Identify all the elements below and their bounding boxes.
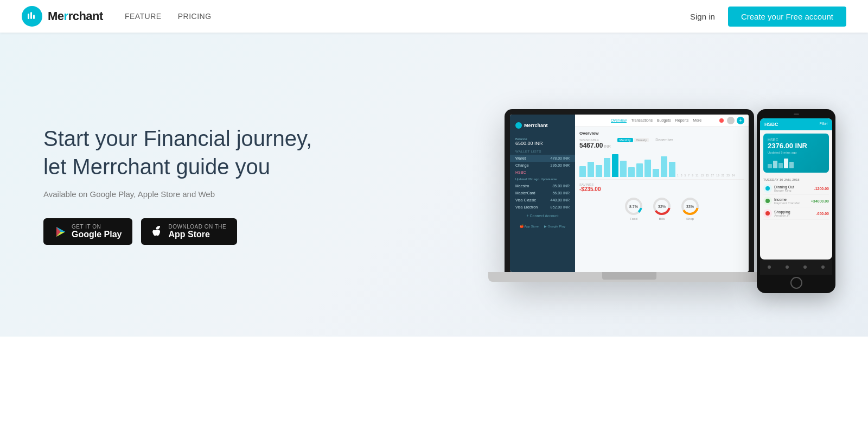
nav-pricing[interactable]: PRICING [178,12,212,21]
sidebar-mastercard: MasterCard 56.00 INR [510,189,575,197]
phone-topbar: HSBC Filter [760,118,832,130]
phone-home-bar [760,260,832,275]
sidebar-visa-electron: Visa Electron 852.00 INR [510,204,575,211]
app-sidebar-logo [515,122,522,129]
donut-chart-area: 8.7% Food [579,197,744,220]
app-screen: Merrchant Balance 6500.00 INR WALLET LIS… [510,115,749,272]
brand-name: Merrchant [48,9,103,23]
hero-right: Merrchant Balance 6500.00 INR WALLET LIS… [434,65,825,304]
hero-left: Start your Financial journey, let Merrch… [43,124,434,245]
svg-point-16 [765,186,770,191]
laptop-stand [602,272,656,280]
sidebar-visa-classic: Visa Classic 448.00 INR [510,197,575,204]
phone-tx-income: Income Payment Transfer +34000.00 [763,195,829,207]
header-right: Sign in Create your Free account [690,7,846,27]
phone-speaker [794,113,799,115]
svg-text:8.7%: 8.7% [629,205,638,208]
app-store-button[interactable]: Download on the App Store [141,218,237,245]
sidebar-hsbc: HSBC [510,169,575,176]
svg-rect-1 [30,12,32,19]
app-sidebar: Merrchant Balance 6500.00 INR WALLET LIS… [510,115,575,272]
hero-section: Start your Financial journey, let Merrch… [0,33,868,337]
phone-transactions: TUESDAY 16 JAN, 2018 Dinning Out Burger … [760,176,832,220]
app-content: Overview SPENDABLE 5467.00 INR Monthly [575,126,749,225]
main-nav: FEATURE PRICING [125,12,212,21]
sidebar-wallet: Wallet 478.00 INR [510,155,575,162]
phone-screen: HSBC Filter HSBC 2376.00 INR Updated 5 m… [760,118,832,260]
apple-icon [152,226,163,238]
header: Merrchant FEATURE PRICING Sign in Create… [0,0,868,33]
footer-social: f in [0,402,868,424]
phone-card: HSBC 2376.00 INR Updated 5 mins ago [763,134,829,173]
bar-chart: 135 7911 131517 192123 24 [579,153,744,180]
income-icon [765,198,770,204]
shopping-icon [765,211,770,216]
create-account-button[interactable]: Create your Free account [728,7,846,27]
app-main: Overview Transactions Budgets Reports Mo… [575,115,749,272]
sidebar-balance: Balance 6500.00 INR [510,135,575,148]
svg-rect-0 [28,14,29,19]
svg-text:32%: 32% [658,205,666,208]
hero-title: Start your Financial journey, let Merrch… [43,124,434,181]
laptop-base [488,272,770,282]
app-sidebar-header: Merrchant [510,119,575,132]
logo-icon [22,6,42,27]
google-play-button[interactable]: GET IT ON Google Play [43,218,132,245]
app-topbar-nav: Overview Transactions Budgets Reports Mo… [611,118,701,123]
app-add-button[interactable]: + [737,117,744,124]
signin-link[interactable]: Sign in [690,12,715,21]
logo-area: Merrchant [22,6,103,27]
play-icon [54,226,66,238]
svg-text:33%: 33% [686,205,694,208]
hero-subtitle: Available on Google Play, Apple Store an… [43,189,434,199]
svg-point-18 [765,211,770,216]
phone-tx-dining: Dinning Out Burger King -1200.00 [763,182,829,195]
laptop-screen: Merrchant Balance 6500.00 INR WALLET LIS… [510,115,749,272]
sidebar-change: Change 236.00 INR [510,162,575,169]
svg-rect-2 [33,15,35,19]
sidebar-maestro: Maestro 85.00 INR [510,182,575,189]
donut-3: 33% [680,197,700,216]
app-avatar [727,117,735,124]
donut-1: 8.7% [624,197,643,216]
svg-point-17 [765,199,770,203]
donut-2: 32% [652,197,672,216]
hero-spacer [0,337,868,402]
google-play-text: GET IT ON Google Play [72,224,122,239]
nav-feature[interactable]: FEATURE [125,12,162,21]
phone-home-button [790,277,802,289]
store-buttons: GET IT ON Google Play Download on the Ap… [43,218,434,245]
laptop-mockup: Merrchant Balance 6500.00 INR WALLET LIS… [505,109,754,282]
app-topbar: Overview Transactions Budgets Reports Mo… [575,115,749,126]
phone-tx-shopping: Shopping Amazon.in -650.00 [763,207,829,220]
phone-mockup: HSBC Filter HSBC 2376.00 INR Updated 5 m… [757,109,835,293]
dining-icon [765,186,770,191]
app-store-text: Download on the App Store [168,224,226,239]
